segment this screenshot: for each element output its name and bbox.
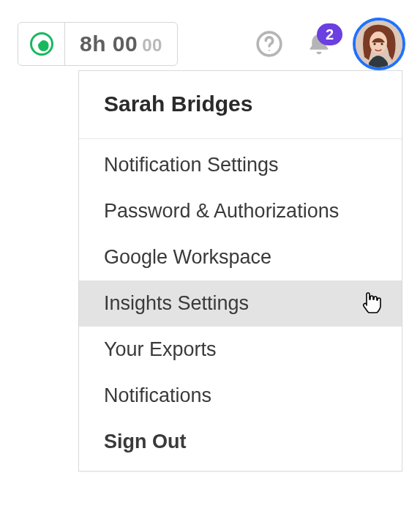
- time-tracker-widget[interactable]: 8h 00 00: [18, 22, 178, 66]
- help-icon: [255, 29, 284, 59]
- tracker-time-cell[interactable]: 8h 00 00: [65, 31, 177, 56]
- avatar-image: [356, 21, 402, 67]
- notifications-button[interactable]: 2: [303, 28, 335, 60]
- menu-item-label: Google Workspace: [104, 246, 271, 268]
- menu-item-google-workspace[interactable]: Google Workspace: [79, 234, 402, 280]
- user-menu-list: Notification Settings Password & Authori…: [79, 139, 402, 471]
- menu-item-label: Insights Settings: [104, 292, 249, 314]
- tracker-time-major: 8h 00: [80, 31, 138, 56]
- menu-item-notification-settings[interactable]: Notification Settings: [79, 139, 402, 188]
- menu-item-sign-out[interactable]: Sign Out: [79, 419, 402, 471]
- avatar[interactable]: [353, 18, 405, 70]
- menu-item-insights-settings[interactable]: Insights Settings: [79, 280, 402, 327]
- tracker-status-cell[interactable]: [18, 23, 65, 65]
- user-menu-header: Sarah Bridges: [79, 71, 402, 139]
- help-button[interactable]: [253, 28, 285, 60]
- svg-point-4: [373, 42, 375, 45]
- menu-item-label: Your Exports: [104, 338, 217, 360]
- menu-item-password-authorizations[interactable]: Password & Authorizations: [79, 188, 402, 234]
- menu-item-notifications[interactable]: Notifications: [79, 373, 402, 419]
- tracker-time-minor: 00: [142, 35, 162, 56]
- pointer-cursor-icon: [361, 291, 381, 319]
- menu-item-label: Notifications: [104, 384, 211, 406]
- svg-point-1: [269, 50, 270, 51]
- menu-item-label: Sign Out: [104, 431, 186, 452]
- notification-badge: 2: [317, 23, 342, 45]
- top-bar: 8h 00 00 2: [0, 0, 420, 70]
- user-menu-dropdown: Sarah Bridges Notification Settings Pass…: [78, 70, 402, 472]
- menu-item-your-exports[interactable]: Your Exports: [79, 327, 402, 373]
- menu-item-label: Notification Settings: [104, 154, 279, 176]
- svg-point-5: [380, 42, 383, 45]
- menu-item-label: Password & Authorizations: [104, 200, 339, 222]
- moon-icon: [30, 32, 53, 56]
